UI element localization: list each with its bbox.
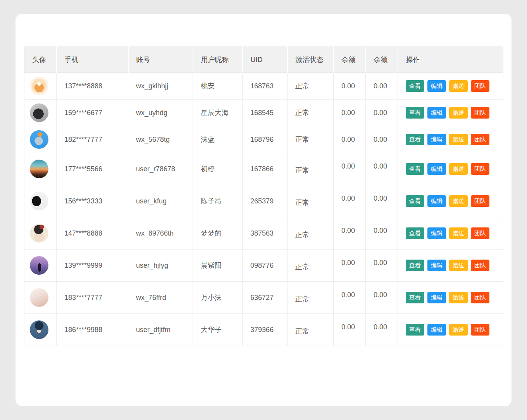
cell-balance2: 0.00 bbox=[366, 282, 398, 314]
col-header-account: 账号 bbox=[128, 47, 193, 73]
cell-balance2: 0.00 bbox=[366, 185, 398, 217]
cell-actions: 查看编辑赠送团队 bbox=[398, 217, 503, 250]
cell-balance2: 0.00 bbox=[366, 153, 398, 185]
cell-phone: 137****8888 bbox=[57, 73, 128, 100]
col-header-avatar: 头像 bbox=[24, 47, 57, 73]
cell-uid: 265379 bbox=[243, 185, 288, 217]
cell-uid: 387563 bbox=[243, 217, 288, 250]
table-row: 159****6677 wx_uyhdg 星辰大海 168545 正常 0.00… bbox=[24, 100, 503, 126]
cell-avatar bbox=[24, 314, 57, 346]
avatar-sunset-field-photo bbox=[30, 160, 48, 178]
cell-balance2: 0.00 bbox=[366, 314, 398, 346]
cell-balance2: 0.00 bbox=[366, 217, 398, 250]
team-button[interactable]: 团队 bbox=[471, 134, 489, 145]
view-button[interactable]: 查看 bbox=[406, 324, 424, 336]
cell-balance1: 0.00 bbox=[334, 314, 366, 346]
cell-status: 正常 bbox=[288, 185, 334, 217]
cell-actions: 查看编辑赠送团队 bbox=[398, 185, 503, 217]
team-button[interactable]: 团队 bbox=[471, 227, 489, 239]
cell-balance1: 0.00 bbox=[334, 282, 366, 314]
gift-button[interactable]: 赠送 bbox=[449, 134, 468, 145]
edit-button[interactable]: 编辑 bbox=[427, 163, 446, 175]
gift-button[interactable]: 赠送 bbox=[449, 227, 468, 239]
cell-balance1: 0.00 bbox=[334, 185, 366, 217]
col-header-balance1: 余额 bbox=[334, 47, 366, 73]
avatar-girl-red-ribbon bbox=[30, 224, 48, 243]
cell-avatar bbox=[24, 126, 57, 153]
gift-button[interactable]: 赠送 bbox=[449, 80, 468, 92]
cell-uid: 098776 bbox=[243, 250, 288, 282]
gift-button[interactable]: 赠送 bbox=[449, 260, 468, 271]
view-button[interactable]: 查看 bbox=[406, 80, 424, 92]
header-row: 头像 手机 账号 用户昵称 UID 激活状态 余额 余额 操作 bbox=[24, 47, 503, 73]
cell-uid: 168796 bbox=[243, 126, 288, 153]
cell-avatar bbox=[24, 282, 57, 314]
team-button[interactable]: 团队 bbox=[471, 324, 489, 336]
edit-button[interactable]: 编辑 bbox=[427, 107, 446, 119]
cell-phone: 156****3333 bbox=[57, 185, 128, 217]
cell-balance1: 0.00 bbox=[334, 73, 366, 100]
col-header-balance2: 余额 bbox=[366, 47, 398, 73]
cell-phone: 186****9988 bbox=[57, 314, 128, 346]
cell-actions: 查看编辑赠送团队 bbox=[398, 314, 503, 346]
user-table: 头像 手机 账号 用户昵称 UID 激活状态 余额 余额 操作 137****8… bbox=[24, 46, 503, 346]
cell-nickname: 梦梦的 bbox=[193, 217, 243, 250]
table-row: 177****5566 user_r78678 初橙 167866 正常 0.0… bbox=[24, 153, 503, 185]
edit-button[interactable]: 编辑 bbox=[427, 134, 446, 145]
edit-button[interactable]: 编辑 bbox=[427, 195, 446, 207]
team-button[interactable]: 团队 bbox=[471, 292, 489, 303]
table-row: 186****9988 user_dfjtfm 大华子 379366 正常 0.… bbox=[24, 314, 503, 346]
table-row: 137****8888 wx_gklhhjj 桃安 168763 正常 0.00… bbox=[24, 73, 503, 100]
cell-account: wx_uyhdg bbox=[128, 100, 193, 126]
gift-button[interactable]: 赠送 bbox=[449, 195, 468, 207]
cell-status: 正常 bbox=[288, 126, 334, 153]
cell-avatar bbox=[24, 217, 57, 250]
col-header-actions: 操作 bbox=[398, 47, 503, 73]
team-button[interactable]: 团队 bbox=[471, 260, 489, 271]
edit-button[interactable]: 编辑 bbox=[427, 324, 446, 336]
gift-button[interactable]: 赠送 bbox=[449, 163, 468, 175]
avatar-black-cat-sketch bbox=[30, 192, 48, 210]
edit-button[interactable]: 编辑 bbox=[427, 260, 446, 271]
avatar-purple-dusk-silhouette bbox=[30, 256, 48, 275]
cell-actions: 查看编辑赠送团队 bbox=[398, 282, 503, 314]
team-button[interactable]: 团队 bbox=[471, 80, 489, 92]
cell-status: 正常 bbox=[288, 314, 334, 346]
team-button[interactable]: 团队 bbox=[471, 163, 489, 175]
cell-uid: 167866 bbox=[243, 153, 288, 185]
view-button[interactable]: 查看 bbox=[406, 260, 424, 271]
col-header-phone: 手机 bbox=[57, 47, 128, 73]
cell-nickname: 桃安 bbox=[193, 73, 243, 100]
team-button[interactable]: 团队 bbox=[471, 107, 489, 119]
team-button[interactable]: 团队 bbox=[471, 195, 489, 207]
edit-button[interactable]: 编辑 bbox=[427, 292, 446, 303]
gift-button[interactable]: 赠送 bbox=[449, 107, 468, 119]
cell-nickname: 初橙 bbox=[193, 153, 243, 185]
cell-balance2: 0.00 bbox=[366, 250, 398, 282]
view-button[interactable]: 查看 bbox=[406, 134, 424, 145]
cell-nickname: 大华子 bbox=[193, 314, 243, 346]
cell-balance2: 0.00 bbox=[366, 126, 398, 153]
edit-button[interactable]: 编辑 bbox=[427, 227, 446, 239]
table-row: 147****8888 wx_89766th 梦梦的 387563 正常 0.0… bbox=[24, 217, 503, 250]
cell-nickname: 星辰大海 bbox=[193, 100, 243, 126]
edit-button[interactable]: 编辑 bbox=[427, 80, 446, 92]
cell-uid: 168545 bbox=[243, 100, 288, 126]
cell-status: 正常 bbox=[288, 217, 334, 250]
view-button[interactable]: 查看 bbox=[406, 227, 424, 239]
view-button[interactable]: 查看 bbox=[406, 195, 424, 207]
cell-actions: 查看编辑赠送团队 bbox=[398, 250, 503, 282]
cell-nickname: 陈子昂 bbox=[193, 185, 243, 217]
cell-balance1: 0.00 bbox=[334, 126, 366, 153]
view-button[interactable]: 查看 bbox=[406, 292, 424, 303]
view-button[interactable]: 查看 bbox=[406, 163, 424, 175]
gift-button[interactable]: 赠送 bbox=[449, 292, 468, 303]
col-header-status: 激活状态 bbox=[288, 47, 334, 73]
cell-balance2: 0.00 bbox=[366, 73, 398, 100]
view-button[interactable]: 查看 bbox=[406, 107, 424, 119]
cell-avatar bbox=[24, 100, 57, 126]
cell-phone: 177****5566 bbox=[57, 153, 128, 185]
gift-button[interactable]: 赠送 bbox=[449, 324, 468, 336]
cell-avatar bbox=[24, 153, 57, 185]
cell-nickname: 晨紫阳 bbox=[193, 250, 243, 282]
